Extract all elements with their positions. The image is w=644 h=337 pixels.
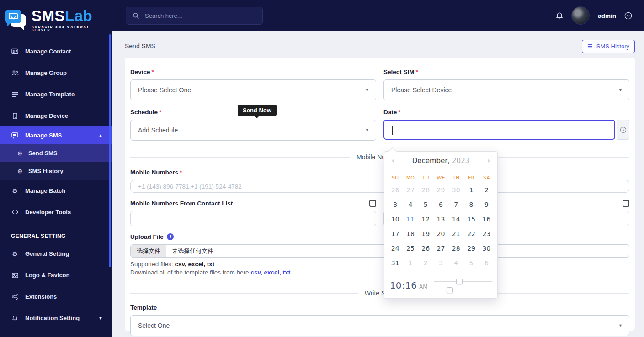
calendar-day[interactable]: 10 <box>388 212 403 226</box>
chevron-up-icon: ▲ <box>98 133 103 138</box>
contact-list-checkbox[interactable] <box>369 200 376 207</box>
sidebar-scrollbar[interactable] <box>109 34 111 267</box>
calendar-day[interactable]: 16 <box>479 212 494 226</box>
calendar-day[interactable]: 12 <box>418 212 433 226</box>
calendar-day[interactable]: 6 <box>433 197 448 212</box>
calendar-day[interactable]: 4 <box>403 197 418 212</box>
device-select[interactable]: Please Select One▼ <box>130 79 376 100</box>
sidebar-item-label: Extensions <box>25 293 57 300</box>
sidebar-item-notification-setting[interactable]: Notification Setting ▼ <box>0 307 112 329</box>
template-select[interactable]: Select One▼ <box>130 315 629 336</box>
sidebar-item-send-sms[interactable]: ⊙ Send SMS <box>0 144 112 162</box>
calendar-day[interactable]: 23 <box>479 226 494 241</box>
contact-list-select[interactable] <box>130 211 376 226</box>
calendar-day[interactable]: 18 <box>403 226 418 241</box>
sidebar-item-manage-batch[interactable]: ⚙ Manage Batch <box>0 180 112 201</box>
sidebar-item-manage-device[interactable]: Manage Device <box>0 105 112 126</box>
mobile-numbers-field: Mobile Numbers* +1 (143) 896-7781,+1 (19… <box>130 169 629 193</box>
meridiem-toggle[interactable]: AM <box>419 284 428 290</box>
sidebar-item-logo-favicon[interactable]: Logo & Favicon <box>0 264 112 286</box>
calendar-day[interactable]: 7 <box>448 197 463 212</box>
calendar-day[interactable]: 5 <box>418 197 433 212</box>
calendar-day[interactable]: 29 <box>433 183 448 197</box>
calendar-day[interactable]: 6 <box>479 256 494 270</box>
calendar-day[interactable]: 26 <box>388 183 403 197</box>
choose-file-button[interactable]: 选择文件 <box>131 245 166 257</box>
calendar-day[interactable]: 27 <box>403 183 418 197</box>
calendar-day[interactable]: 28 <box>418 183 433 197</box>
calendar-day[interactable]: 25 <box>403 241 418 256</box>
calendar-day[interactable]: 19 <box>418 226 433 241</box>
calendar-day-today[interactable]: 11 <box>403 212 418 226</box>
file-upload-input[interactable]: 选择文件 未选择任何文件 <box>130 244 629 258</box>
hour-slider[interactable] <box>434 280 492 283</box>
user-menu-chevron-icon[interactable] <box>624 12 632 20</box>
calendar-day[interactable]: 27 <box>433 241 448 256</box>
calendar-day-grid: 2627282930123456789101112131415161718192… <box>384 182 497 274</box>
sidebar-item-extensions[interactable]: Extensions <box>0 286 112 307</box>
calendar-day[interactable]: 29 <box>463 241 479 256</box>
calendar-day[interactable]: 9 <box>479 197 494 212</box>
calendar-month[interactable]: December, <box>412 157 450 165</box>
info-icon[interactable]: i <box>167 233 174 240</box>
calendar-day[interactable]: 17 <box>388 226 403 241</box>
page-title: Send SMS <box>125 42 155 50</box>
sidebar-item-developer-tools[interactable]: Developer Tools <box>0 201 112 223</box>
calendar-day[interactable]: 2 <box>479 183 494 197</box>
calendar-next-button[interactable]: › <box>485 157 492 165</box>
minute-slider-track <box>434 290 492 290</box>
calendar-day[interactable]: 15 <box>463 212 479 226</box>
date-input[interactable] <box>383 120 615 140</box>
sidebar-item-manage-template[interactable]: Manage Template <box>0 84 112 105</box>
clock-addon-button[interactable] <box>617 120 629 140</box>
form-row-device-sim: Device* Please Select One▼ Select SIM* P… <box>130 68 629 100</box>
calendar-year[interactable]: 2023 <box>452 157 469 165</box>
template-download-links[interactable]: csv, excel, txt <box>250 269 290 276</box>
calendar-day[interactable]: 4 <box>448 256 463 270</box>
sms-history-button-label: SMS History <box>596 43 629 50</box>
sidebar-item-manage-sms[interactable]: Manage SMS ▲ <box>0 126 112 144</box>
schedule-select[interactable]: Add Schedule▼ <box>130 120 376 141</box>
group-list-checkbox[interactable] <box>623 200 629 207</box>
sms-history-button[interactable]: ☰ SMS History <box>582 40 635 53</box>
mobile-numbers-input[interactable]: +1 (143) 896-7781,+1 (191) 524-4782 <box>130 180 629 193</box>
search-box[interactable] <box>126 7 263 25</box>
sidebar-item-general-setting[interactable]: ⚙ General Setting <box>0 243 112 264</box>
calendar-day[interactable]: 1 <box>463 183 479 197</box>
calendar-prev-button[interactable]: ‹ <box>390 157 396 165</box>
calendar-day[interactable]: 5 <box>463 256 479 270</box>
calendar-day[interactable]: 24 <box>388 241 403 256</box>
calendar-day[interactable]: 20 <box>433 226 448 241</box>
minute-slider[interactable] <box>434 289 492 292</box>
calendar-day[interactable]: 13 <box>433 212 448 226</box>
calendar-day[interactable]: 2 <box>418 256 433 270</box>
calendar-day[interactable]: 30 <box>448 183 463 197</box>
sidebar-item-manage-group[interactable]: Manage Group <box>0 62 112 84</box>
calendar-day[interactable]: 3 <box>388 197 403 212</box>
calendar-day[interactable]: 8 <box>463 197 479 212</box>
calendar-day[interactable]: 28 <box>448 241 463 256</box>
minute-slider-thumb[interactable] <box>447 287 453 293</box>
brand-logo[interactable]: SMSLab ANDROID SMS GATEWAY SERVER <box>0 0 112 39</box>
sim-select[interactable]: Please Select Device▼ <box>383 79 629 100</box>
calendar-day[interactable]: 26 <box>418 241 433 256</box>
calendar-day[interactable]: 21 <box>448 226 463 241</box>
hour-slider-thumb[interactable] <box>456 279 463 284</box>
sidebar-item-manage-contact[interactable]: Manage Contact <box>0 41 112 62</box>
hour-value[interactable]: 10 <box>390 280 401 291</box>
calendar-day[interactable]: 31 <box>388 256 403 270</box>
calendar-time-footer: 10:16 AM <box>384 274 497 298</box>
calendar-day[interactable]: 14 <box>448 212 463 226</box>
user-avatar[interactable] <box>571 6 590 25</box>
search-input[interactable] <box>145 12 256 19</box>
calendar-day[interactable]: 1 <box>403 256 418 270</box>
sidebar-item-sms-history[interactable]: ⊙ SMS History <box>0 162 112 180</box>
calendar-day[interactable]: 22 <box>463 226 479 241</box>
chat-sms-icon <box>11 132 19 139</box>
notifications-bell-icon[interactable] <box>556 12 563 20</box>
sidebar-item-label: Manage Batch <box>25 187 65 194</box>
calendar-day[interactable]: 30 <box>479 241 494 256</box>
minute-value[interactable]: 16 <box>405 280 417 291</box>
text-cursor <box>392 126 393 135</box>
calendar-day[interactable]: 3 <box>433 256 448 270</box>
